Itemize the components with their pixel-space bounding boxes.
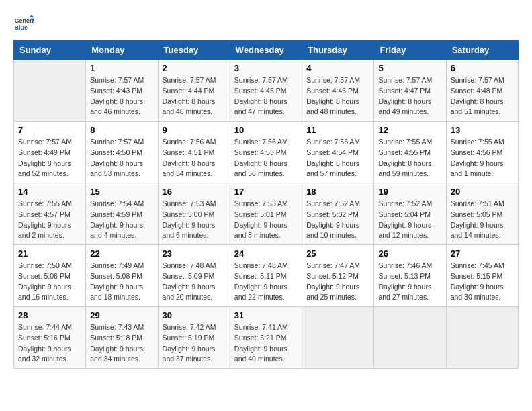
day-number: 30 (163, 310, 226, 320)
day-info: Sunrise: 7:55 AMSunset: 4:55 PMDaylight:… (378, 137, 441, 179)
day-info: Sunrise: 7:56 AMSunset: 4:51 PMDaylight:… (163, 137, 226, 179)
day-info: Sunrise: 7:46 AMSunset: 5:13 PMDaylight:… (378, 261, 441, 303)
day-info: Sunrise: 7:57 AMSunset: 4:44 PMDaylight:… (163, 75, 226, 118)
week-row-4: 21 Sunrise: 7:50 AMSunset: 5:06 PMDaylig… (14, 245, 519, 307)
svg-text:General: General (15, 17, 34, 24)
day-number: 13 (451, 125, 514, 135)
calendar-cell: 31 Sunrise: 7:41 AMSunset: 5:21 PMDaylig… (230, 307, 302, 369)
logo-icon: General Blue (13, 13, 34, 34)
day-info: Sunrise: 7:55 AMSunset: 4:56 PMDaylight:… (451, 137, 514, 179)
day-number: 14 (18, 187, 81, 197)
day-number: 19 (378, 187, 441, 197)
week-row-3: 14 Sunrise: 7:55 AMSunset: 4:57 PMDaylig… (14, 183, 519, 245)
day-number: 22 (90, 248, 153, 259)
day-info: Sunrise: 7:48 AMSunset: 5:09 PMDaylight:… (163, 261, 226, 303)
calendar-cell (446, 307, 518, 369)
day-number: 27 (451, 248, 514, 259)
calendar-cell: 10 Sunrise: 7:56 AMSunset: 4:53 PMDaylig… (230, 122, 302, 183)
day-info: Sunrise: 7:56 AMSunset: 4:54 PMDaylight:… (306, 137, 369, 179)
calendar-cell: 12 Sunrise: 7:55 AMSunset: 4:55 PMDaylig… (374, 122, 446, 183)
calendar-cell: 18 Sunrise: 7:52 AMSunset: 5:02 PMDaylig… (302, 183, 374, 245)
day-info: Sunrise: 7:57 AMSunset: 4:43 PMDaylight:… (90, 75, 153, 118)
calendar-cell: 29 Sunrise: 7:43 AMSunset: 5:18 PMDaylig… (86, 307, 158, 369)
calendar-cell: 28 Sunrise: 7:44 AMSunset: 5:16 PMDaylig… (14, 307, 86, 369)
weekday-header-wednesday: Wednesday (230, 41, 302, 60)
day-number: 6 (451, 63, 514, 73)
day-info: Sunrise: 7:43 AMSunset: 5:18 PMDaylight:… (90, 322, 153, 365)
day-number: 10 (234, 125, 298, 135)
calendar-cell (302, 307, 374, 369)
weekday-header-monday: Monday (86, 41, 158, 60)
day-info: Sunrise: 7:57 AMSunset: 4:45 PMDaylight:… (234, 75, 298, 118)
calendar-cell: 22 Sunrise: 7:49 AMSunset: 5:08 PMDaylig… (86, 245, 158, 307)
day-number: 5 (378, 63, 441, 73)
week-row-1: 1 Sunrise: 7:57 AMSunset: 4:43 PMDayligh… (14, 60, 519, 122)
day-info: Sunrise: 7:57 AMSunset: 4:47 PMDaylight:… (378, 75, 441, 118)
day-info: Sunrise: 7:48 AMSunset: 5:11 PMDaylight:… (234, 261, 298, 303)
day-number: 9 (163, 125, 226, 135)
calendar-cell: 11 Sunrise: 7:56 AMSunset: 4:54 PMDaylig… (302, 122, 374, 183)
day-info: Sunrise: 7:47 AMSunset: 5:12 PMDaylight:… (306, 261, 369, 303)
day-info: Sunrise: 7:55 AMSunset: 4:57 PMDaylight:… (18, 199, 81, 241)
day-info: Sunrise: 7:42 AMSunset: 5:19 PMDaylight:… (163, 322, 226, 365)
weekday-header-tuesday: Tuesday (158, 41, 230, 60)
calendar-cell: 26 Sunrise: 7:46 AMSunset: 5:13 PMDaylig… (374, 245, 446, 307)
calendar-cell: 3 Sunrise: 7:57 AMSunset: 4:45 PMDayligh… (230, 60, 302, 122)
day-number: 1 (90, 63, 153, 73)
day-number: 2 (163, 63, 226, 73)
day-number: 20 (451, 187, 514, 197)
calendar-cell (14, 60, 86, 122)
calendar-cell: 5 Sunrise: 7:57 AMSunset: 4:47 PMDayligh… (374, 60, 446, 122)
calendar-cell: 7 Sunrise: 7:57 AMSunset: 4:49 PMDayligh… (14, 122, 86, 183)
calendar-cell: 24 Sunrise: 7:48 AMSunset: 5:11 PMDaylig… (230, 245, 302, 307)
weekday-header-thursday: Thursday (302, 41, 374, 60)
day-number: 3 (234, 63, 298, 73)
day-number: 21 (18, 248, 81, 259)
day-info: Sunrise: 7:57 AMSunset: 4:50 PMDaylight:… (90, 137, 153, 179)
day-number: 25 (306, 248, 369, 259)
calendar-table: SundayMondayTuesdayWednesdayThursdayFrid… (13, 40, 519, 369)
calendar-cell: 27 Sunrise: 7:45 AMSunset: 5:15 PMDaylig… (446, 245, 518, 307)
weekday-header-friday: Friday (374, 41, 446, 60)
day-info: Sunrise: 7:53 AMSunset: 5:01 PMDaylight:… (234, 199, 298, 241)
day-info: Sunrise: 7:57 AMSunset: 4:49 PMDaylight:… (18, 137, 81, 179)
weekday-header-sunday: Sunday (14, 41, 86, 60)
calendar-cell: 1 Sunrise: 7:57 AMSunset: 4:43 PMDayligh… (86, 60, 158, 122)
day-info: Sunrise: 7:53 AMSunset: 5:00 PMDaylight:… (163, 199, 226, 241)
day-info: Sunrise: 7:57 AMSunset: 4:48 PMDaylight:… (451, 75, 514, 118)
day-number: 17 (234, 187, 298, 197)
day-info: Sunrise: 7:57 AMSunset: 4:46 PMDaylight:… (306, 75, 369, 118)
weekday-header-row: SundayMondayTuesdayWednesdayThursdayFrid… (14, 41, 519, 60)
day-number: 29 (90, 310, 153, 320)
day-info: Sunrise: 7:52 AMSunset: 5:02 PMDaylight:… (306, 199, 369, 241)
day-info: Sunrise: 7:50 AMSunset: 5:06 PMDaylight:… (18, 261, 81, 303)
day-number: 8 (90, 125, 153, 135)
day-info: Sunrise: 7:44 AMSunset: 5:16 PMDaylight:… (18, 322, 81, 365)
day-number: 4 (306, 63, 369, 73)
header: General Blue (13, 13, 519, 34)
calendar-cell: 23 Sunrise: 7:48 AMSunset: 5:09 PMDaylig… (158, 245, 230, 307)
day-info: Sunrise: 7:52 AMSunset: 5:04 PMDaylight:… (378, 199, 441, 241)
calendar-cell: 6 Sunrise: 7:57 AMSunset: 4:48 PMDayligh… (446, 60, 518, 122)
calendar-cell: 17 Sunrise: 7:53 AMSunset: 5:01 PMDaylig… (230, 183, 302, 245)
calendar-cell: 4 Sunrise: 7:57 AMSunset: 4:46 PMDayligh… (302, 60, 374, 122)
day-info: Sunrise: 7:54 AMSunset: 4:59 PMDaylight:… (90, 199, 153, 241)
calendar-cell: 8 Sunrise: 7:57 AMSunset: 4:50 PMDayligh… (86, 122, 158, 183)
calendar-cell: 20 Sunrise: 7:51 AMSunset: 5:05 PMDaylig… (446, 183, 518, 245)
day-info: Sunrise: 7:45 AMSunset: 5:15 PMDaylight:… (451, 261, 514, 303)
day-number: 11 (306, 125, 369, 135)
calendar-cell: 21 Sunrise: 7:50 AMSunset: 5:06 PMDaylig… (14, 245, 86, 307)
calendar-cell: 25 Sunrise: 7:47 AMSunset: 5:12 PMDaylig… (302, 245, 374, 307)
calendar-cell: 30 Sunrise: 7:42 AMSunset: 5:19 PMDaylig… (158, 307, 230, 369)
calendar-cell (374, 307, 446, 369)
weekday-header-saturday: Saturday (446, 41, 518, 60)
logo: General Blue (13, 13, 34, 34)
day-info: Sunrise: 7:49 AMSunset: 5:08 PMDaylight:… (90, 261, 153, 303)
day-info: Sunrise: 7:56 AMSunset: 4:53 PMDaylight:… (234, 137, 298, 179)
day-number: 15 (90, 187, 153, 197)
calendar-cell: 16 Sunrise: 7:53 AMSunset: 5:00 PMDaylig… (158, 183, 230, 245)
day-number: 26 (378, 248, 441, 259)
day-number: 24 (234, 248, 298, 259)
svg-marker-2 (30, 15, 34, 18)
calendar-cell: 19 Sunrise: 7:52 AMSunset: 5:04 PMDaylig… (374, 183, 446, 245)
